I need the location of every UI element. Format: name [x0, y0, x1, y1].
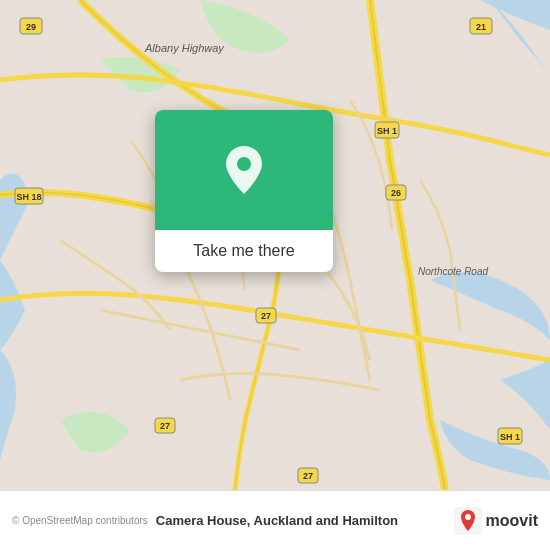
location-title: Camera House, Auckland and Hamilton	[156, 513, 454, 528]
popup-header	[155, 110, 333, 230]
svg-text:21: 21	[476, 22, 486, 32]
moovit-brand-name: moovit	[486, 512, 538, 530]
svg-text:26: 26	[391, 188, 401, 198]
svg-text:Northcote Road: Northcote Road	[418, 266, 488, 277]
take-me-there-button[interactable]: Take me there	[155, 230, 333, 272]
map-attribution: © OpenStreetMap contributors	[12, 515, 148, 526]
svg-text:27: 27	[160, 421, 170, 431]
moovit-brand: moovit	[454, 507, 538, 535]
svg-text:27: 27	[261, 311, 271, 321]
location-popup: Take me there	[155, 110, 333, 272]
svg-point-22	[237, 157, 251, 171]
svg-text:27: 27	[303, 471, 313, 481]
svg-text:SH 18: SH 18	[16, 192, 41, 202]
bottom-bar: © OpenStreetMap contributors Camera Hous…	[0, 490, 550, 550]
svg-point-24	[465, 514, 471, 520]
map-pin-icon	[222, 144, 266, 196]
svg-text:SH 1: SH 1	[500, 432, 520, 442]
svg-text:Albany Highway: Albany Highway	[144, 42, 225, 54]
moovit-logo-icon	[454, 507, 482, 535]
map-view: 29 21 SH 18 SH 1 26 27 27 27 SH 1 Albany…	[0, 0, 550, 490]
svg-text:29: 29	[26, 22, 36, 32]
svg-text:SH 1: SH 1	[377, 126, 397, 136]
